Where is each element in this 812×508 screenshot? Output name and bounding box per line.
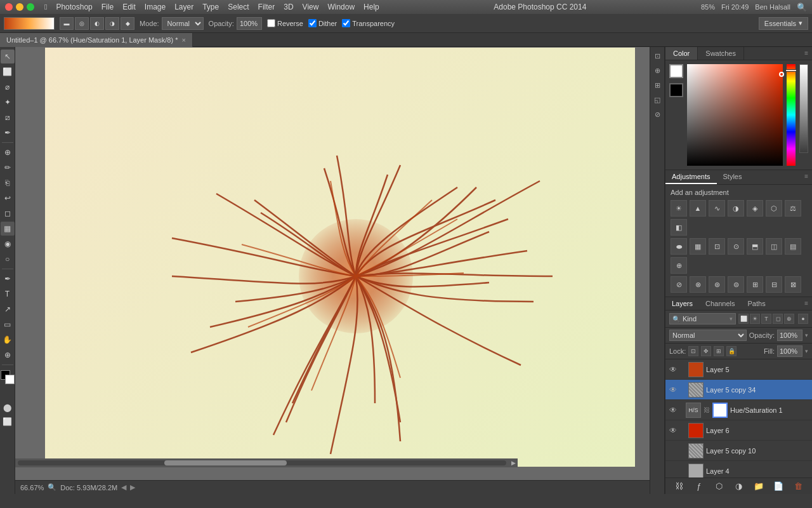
marquee-tool[interactable]: ⬜ [1, 65, 15, 79]
pen-tool[interactable]: ✒ [1, 272, 15, 286]
adj-color-balance[interactable]: ⚖ [785, 200, 801, 217]
adj-levels[interactable]: ▲ [690, 200, 706, 217]
gradient-reflect-btn[interactable]: ◑ [105, 17, 119, 30]
adj-gradient-map[interactable]: ▤ [785, 238, 801, 255]
background-color-swatch[interactable] [669, 83, 683, 97]
gradient-angle-btn[interactable]: ◐ [90, 17, 104, 30]
visibility-eye-layer6[interactable]: 👁 [668, 425, 678, 436]
visibility-eye-huesat1[interactable]: 👁 [668, 405, 678, 415]
filter-adjust-icon[interactable]: ☀ [750, 314, 760, 324]
visibility-eye-layer5[interactable]: 👁 [668, 364, 678, 375]
menu-type[interactable]: Type [202, 3, 219, 11]
zoom-tool[interactable]: ⊕ [1, 348, 15, 362]
menu-image[interactable]: Image [145, 3, 166, 11]
delete-layer-btn[interactable]: 🗑 [792, 480, 804, 493]
visibility-eye-layer4[interactable]: 👁 [668, 466, 678, 476]
move-tool[interactable]: ↖ [1, 50, 15, 64]
menu-edit[interactable]: Edit [122, 3, 136, 11]
adj-bw[interactable]: ◧ [671, 219, 687, 236]
document-close-icon[interactable]: × [181, 36, 185, 44]
eraser-tool[interactable]: ◻ [1, 206, 15, 220]
screen-mode-btn[interactable]: ⬜ [1, 415, 15, 429]
adj-icon-e[interactable]: ⊞ [747, 276, 763, 293]
mode-select[interactable]: Normal [162, 17, 204, 30]
layers-panel-grip[interactable]: ≡ [801, 297, 812, 310]
lock-all-icon[interactable]: 🔒 [726, 346, 737, 356]
foreground-color-swatch[interactable] [669, 64, 683, 78]
add-mask-btn[interactable]: ⬡ [712, 480, 725, 493]
fill-input[interactable] [777, 345, 802, 357]
brush-tool[interactable]: ✏ [1, 161, 15, 175]
adj-icon-g[interactable]: ⊠ [785, 276, 801, 293]
visibility-eye-layer5copy34[interactable]: 👁 [668, 385, 678, 395]
adj-icon-a[interactable]: ⊘ [671, 276, 687, 293]
opacity-arrows[interactable]: ▾ [805, 332, 808, 338]
blur-tool[interactable]: ◉ [1, 237, 15, 251]
lasso-tool[interactable]: ⌀ [1, 80, 15, 94]
adj-icon-f[interactable]: ⊟ [766, 276, 782, 293]
layer-row-layer6[interactable]: 👁 Layer 6 [665, 420, 812, 441]
menu-view[interactable]: View [303, 3, 319, 11]
gradient-radial-btn[interactable]: ◎ [75, 17, 89, 30]
menu-3d[interactable]: 3D [284, 3, 293, 11]
quick-select-tool[interactable]: ✦ [1, 95, 15, 109]
layer-row-layer5[interactable]: 👁 Layer 5 [665, 359, 812, 380]
window-controls[interactable] [5, 3, 34, 11]
tab-layers[interactable]: Layers [665, 297, 699, 310]
transparency-checkbox[interactable] [342, 19, 350, 27]
adj-icon-d[interactable]: ⊜ [728, 276, 744, 293]
tab-color[interactable]: Color [665, 47, 698, 60]
document-tab[interactable]: Untitled–1 @ 66.7% (Hue/Saturation 1, La… [0, 33, 193, 47]
tab-styles[interactable]: Styles [717, 170, 749, 184]
layer-row-layer5copy34[interactable]: 👁 Layer 5 copy 34 [665, 380, 812, 400]
shape-tool[interactable]: ▭ [1, 318, 15, 331]
menu-file[interactable]: File [102, 3, 114, 11]
filter-toggle-icon[interactable]: ● [798, 314, 808, 324]
adj-posterize[interactable]: ⬒ [747, 238, 763, 255]
layer-row-layer5copy10[interactable]: 👁 Layer 5 copy 10 [665, 441, 812, 461]
menu-filter[interactable]: Filter [258, 3, 275, 11]
menu-help[interactable]: Help [363, 3, 379, 11]
nav-arrow-right[interactable]: ▶ [130, 483, 135, 491]
visibility-eye-layer5copy10[interactable]: 👁 [668, 446, 678, 456]
history-brush-tool[interactable]: ↩ [1, 191, 15, 205]
add-style-btn[interactable]: ƒ [693, 480, 705, 493]
path-select-tool[interactable]: ↗ [1, 302, 15, 316]
adj-invert[interactable]: ⊙ [728, 238, 744, 255]
adj-photo-filter[interactable]: ⬬ [671, 238, 687, 255]
gradient-linear-btn[interactable]: ▬ [60, 17, 74, 30]
search-icon[interactable]: 🔍 [797, 3, 807, 12]
hue-bar[interactable] [787, 64, 796, 166]
opacity-input[interactable] [777, 330, 802, 341]
new-layer-btn[interactable]: 📄 [772, 480, 785, 493]
essentials-button[interactable]: Essentials ▾ [759, 17, 808, 30]
zoom-icon[interactable]: 🔍 [48, 483, 56, 491]
link-layers-btn[interactable]: ⛓ [673, 480, 686, 493]
tab-swatches[interactable]: Swatches [698, 47, 744, 60]
maximize-button[interactable] [27, 3, 34, 11]
hand-tool[interactable]: ✋ [1, 333, 15, 347]
adj-channel-mixer[interactable]: ▦ [690, 238, 706, 255]
lock-move-icon[interactable]: ⊞ [714, 346, 724, 356]
tab-paths[interactable]: Paths [742, 297, 772, 310]
gradient-tool[interactable]: ▦ [1, 222, 15, 236]
filter-type-icon[interactable]: T [761, 314, 771, 324]
color-panel-grip[interactable]: ≡ [801, 47, 812, 60]
type-tool[interactable]: T [1, 287, 15, 301]
apple-menu[interactable]:  [44, 3, 47, 11]
transparency-checkbox-label[interactable]: Transparency [342, 19, 395, 27]
color-saturation-picker[interactable] [687, 64, 783, 166]
blend-mode-select[interactable]: Normal [669, 330, 747, 341]
menu-select[interactable]: Select [228, 3, 249, 11]
gradient-diamond-btn[interactable]: ◆ [121, 17, 134, 30]
filter-shape-icon[interactable]: ◻ [773, 314, 783, 324]
adj-icon-b[interactable]: ⊗ [690, 276, 706, 293]
new-group-btn[interactable]: 📁 [752, 480, 765, 493]
adj-hue-sat[interactable]: ⬡ [766, 200, 782, 217]
stamp-tool[interactable]: ⎗ [1, 176, 15, 190]
minimize-button[interactable] [16, 3, 23, 11]
eyedropper-tool[interactable]: ✒ [1, 126, 15, 140]
menu-window[interactable]: Window [327, 3, 355, 11]
opacity-bar[interactable] [799, 64, 808, 153]
adj-curves[interactable]: ∿ [709, 200, 725, 217]
